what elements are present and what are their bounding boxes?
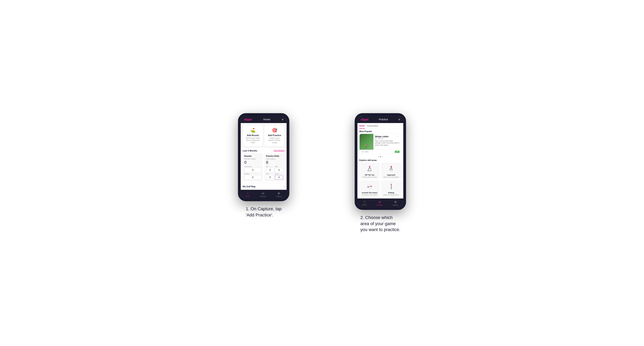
- phone1: clippd Home ≡ ⛳ Add Round Record your sh…: [238, 113, 289, 201]
- golf-bag-row[interactable]: My Golf Bag ›: [241, 183, 286, 190]
- add-round-subtitle: Record your shots fast or enhanced mode: [244, 137, 261, 144]
- clock-icon: 🕐: [361, 151, 363, 153]
- approach-title: Approach: [387, 174, 395, 176]
- featured-info: Wedge Ladder 50–100 yds ☆ Play 1 shot at…: [374, 134, 401, 150]
- explore-label: Explore skill areas: [360, 159, 401, 161]
- arg-item: ARG 0: [266, 173, 274, 180]
- nav-home-1[interactable]: ⌂ Home: [246, 191, 250, 197]
- svg-line-12: [368, 186, 371, 187]
- app-badge: APP: [395, 151, 400, 153]
- featured-desc: Play 1 shot at each target yardage. If y…: [375, 140, 400, 146]
- rounds-col: Rounds Rounds Capture 0 Tournament 0: [243, 154, 263, 181]
- cards-row: ⛳ Add Round Record your shots fast or en…: [241, 123, 286, 148]
- practice-value: 0: [244, 175, 261, 180]
- home-label-2: Home: [362, 204, 366, 206]
- dot-2: [380, 156, 381, 157]
- putt-value: 4: [275, 175, 283, 180]
- golf-bag-label: My Golf Bag: [243, 185, 255, 188]
- putt-label: PUTT: [275, 173, 283, 174]
- add-practice-title: Add Practice: [268, 134, 281, 137]
- skill-card-putting[interactable]: Putting Make and lag practice: [381, 180, 401, 197]
- caption-1: 1. On Capture, tap 'Add Practice'.: [246, 206, 282, 218]
- capture-icon-1: ⊕: [278, 191, 280, 195]
- featured-title-row: Wedge Ladder 50–100 yds ☆: [375, 136, 400, 140]
- featured-footer: 🕐 9 shots APP: [360, 150, 401, 154]
- caption-2: 2. Choose which area of your game you wa…: [360, 215, 400, 233]
- hamburger-icon-2[interactable]: ≡: [398, 118, 400, 121]
- nav-activities-2[interactable]: ⇄ Activities: [376, 200, 383, 206]
- svg-point-0: [369, 166, 370, 167]
- phone2-header-title: Practice: [379, 118, 388, 121]
- activities-label-2: Activities: [376, 204, 383, 206]
- stats-grid: Rounds Rounds Capture 0 Tournament 0: [243, 154, 284, 181]
- stats-period: Last 3 Months: [243, 150, 257, 152]
- putting-subtitle: Make and lag practice: [383, 194, 399, 196]
- phone2-header: clippd Practice ≡: [358, 116, 403, 123]
- around-the-green-icon: [366, 183, 374, 190]
- nav-capture-1[interactable]: ⊕ Capture: [276, 191, 282, 197]
- golf-bag-chevron: ›: [284, 185, 284, 188]
- stats-section: Last 3 Months View Activity Rounds Round…: [241, 148, 286, 183]
- tab-favourites[interactable]: Favourites: [367, 125, 378, 129]
- skill-card-approach[interactable]: Approach Dial-in to hit the green: [381, 163, 401, 179]
- add-round-card[interactable]: ⛳ Add Round Record your shots fast or en…: [243, 125, 263, 146]
- drills-capture-label: Drills Capture: [266, 158, 283, 160]
- dot-3: [382, 156, 383, 157]
- rounds-title: Rounds: [244, 155, 261, 157]
- app-label: APP: [275, 166, 283, 167]
- shots-count-text: 9 shots: [364, 151, 369, 153]
- practice-item: Practice 0: [244, 173, 261, 180]
- around-the-green-title: Around The Green: [362, 192, 378, 194]
- putting-title: Putting: [388, 192, 394, 194]
- tournament-value: 0: [244, 168, 261, 173]
- featured-yardage: 50–100 yds: [375, 138, 389, 140]
- practice-content: Most Popular 🏌️ Wedge Ladder: [358, 129, 403, 198]
- hamburger-icon-1[interactable]: ≡: [282, 118, 284, 121]
- page-container: clippd Home ≡ ⛳ Add Round Record your sh…: [213, 113, 431, 233]
- skill-card-around-the-green[interactable]: Around The Green Hone your short game: [360, 180, 380, 197]
- rounds-capture-value: 0: [244, 160, 261, 165]
- ott-item: OTT 0: [266, 166, 274, 173]
- shots-count: 🕐 9 shots: [361, 151, 369, 153]
- svg-line-6: [390, 167, 391, 171]
- drills-col: Practice Drills Drills Capture 8 OTT 0 A…: [264, 154, 284, 181]
- phone1-header-title: Home: [263, 118, 270, 121]
- phone2-section: clippd Practice ≡ Drills Favourites Most…: [330, 113, 431, 233]
- featured-title: Wedge Ladder 50–100 yds: [375, 136, 389, 140]
- arg-value: 0: [266, 175, 274, 180]
- rounds-sub-grid: Tournament 0: [244, 166, 261, 173]
- phone2: clippd Practice ≡ Drills Favourites Most…: [355, 113, 406, 210]
- skill-card-off-the-tee[interactable]: Off The Tee Power and accuracy: [360, 163, 380, 179]
- clippd-logo-1: clippd: [244, 118, 252, 121]
- approach-subtitle: Dial-in to hit the green: [383, 176, 399, 178]
- phone2-screen: clippd Practice ≡ Drills Favourites Most…: [358, 116, 403, 207]
- nav-activities-1[interactable]: ⇄ Activities: [260, 191, 266, 197]
- around-the-green-icon-area: [365, 182, 374, 191]
- nav-home-2[interactable]: ⌂ Home: [362, 200, 366, 206]
- caption2-text: 2. Choose which area of your game you wa…: [360, 215, 400, 232]
- add-round-title: Add Round: [247, 134, 258, 137]
- add-practice-subtitle: Capture your practice off-the-course: [266, 137, 283, 144]
- practice-tabs: Drills Favourites: [358, 123, 403, 129]
- off-the-tee-subtitle: Power and accuracy: [362, 176, 376, 178]
- drills-sub-grid-2: ARG 0 PUTT 4: [266, 173, 283, 180]
- phone2-bottom-nav: ⌂ Home ⇄ Activities ⊕ Capture: [358, 198, 403, 207]
- app-value: 4: [275, 168, 283, 173]
- activities-label-1: Activities: [260, 195, 266, 197]
- add-practice-card[interactable]: 🎯 Add Practice Capture your practice off…: [264, 125, 284, 146]
- ott-label: OTT: [266, 166, 274, 167]
- capture-label-2: Capture: [392, 204, 398, 206]
- off-the-tee-icon: [366, 165, 374, 173]
- nav-capture-2[interactable]: ⊕ Capture: [392, 200, 398, 206]
- home-icon-1: ⌂: [247, 191, 249, 195]
- stats-header: Last 3 Months View Activity: [243, 150, 284, 152]
- featured-img: 🏌️: [360, 134, 374, 150]
- capture-label-1: Capture: [276, 195, 282, 197]
- app-item: APP 4: [275, 166, 283, 173]
- featured-card[interactable]: 🏌️ Wedge Ladder 50–100 yds ☆: [360, 134, 401, 154]
- view-activity-link[interactable]: View Activity: [274, 150, 284, 152]
- tab-drills[interactable]: Drills: [360, 125, 365, 129]
- star-icon[interactable]: ☆: [398, 136, 400, 138]
- featured-title-text: Wedge Ladder: [375, 136, 389, 138]
- featured-golfer-icon: 🏌️: [364, 143, 369, 148]
